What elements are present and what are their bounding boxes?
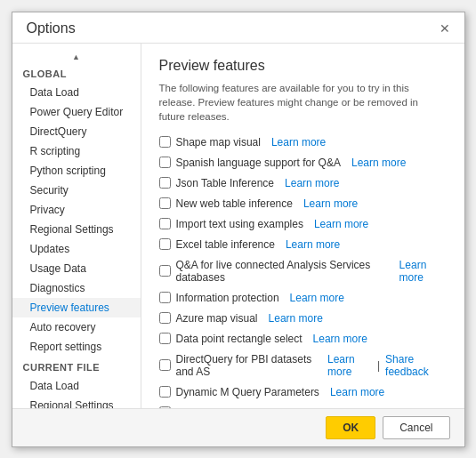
feature-checkbox-6[interactable]: [159, 265, 171, 277]
sidebar-item-power-query-editor[interactable]: Power Query Editor: [12, 102, 141, 122]
sidebar-item-updates[interactable]: Updates: [12, 239, 141, 259]
feature-label-9: Data point rectangle select: [176, 333, 303, 345]
feature-checkbox-8[interactable]: [159, 312, 171, 324]
feature-checkbox-9[interactable]: [159, 333, 171, 344]
feature-list: Shape map visual Learn moreSpanish langu…: [159, 134, 447, 408]
global-section-label: GLOBAL: [12, 63, 141, 83]
feature-checkbox-1[interactable]: [159, 157, 171, 168]
footer: OK Cancel: [12, 408, 464, 446]
learn-more-link-9[interactable]: Learn more: [313, 333, 367, 345]
feature-item-10: DirectQuery for PBI datasets and AS Lear…: [159, 351, 447, 380]
cancel-button[interactable]: Cancel: [383, 416, 449, 439]
sidebar-item-security[interactable]: Security: [12, 181, 141, 200]
feature-item-0: Shape map visual Learn more: [159, 134, 447, 150]
feature-item-2: Json Table Inference Learn more: [159, 175, 447, 191]
title-bar: Options ✕: [12, 12, 464, 44]
feature-item-8: Azure map visual Learn more: [159, 310, 447, 326]
feature-label-11: Dynamic M Query Parameters: [176, 386, 319, 398]
main-panel: Preview features The following features …: [141, 44, 464, 408]
sidebar-item-regional-settings[interactable]: Regional Settings: [12, 220, 141, 239]
sidebar-item-auto-recovery[interactable]: Auto recovery: [12, 317, 141, 337]
learn-more-link-8[interactable]: Learn more: [269, 312, 323, 325]
feature-label-4: Import text using examples: [176, 218, 303, 230]
feature-item-4: Import text using examples Learn more: [159, 216, 447, 232]
sidebar-current-item-regional-settings[interactable]: Regional Settings: [12, 396, 141, 408]
learn-more-link-3[interactable]: Learn more: [303, 197, 358, 210]
feature-checkbox-2[interactable]: [159, 177, 171, 189]
learn-more-link-4[interactable]: Learn more: [314, 218, 368, 230]
feature-item-9: Data point rectangle select Learn more: [159, 331, 447, 347]
feature-label-7: Information protection: [176, 292, 279, 304]
sidebar: ▲ GLOBAL Data LoadPower Query EditorDire…: [12, 44, 141, 408]
feature-label-8: Azure map visual: [176, 312, 258, 325]
feature-label-10: DirectQuery for PBI datasets and AS: [176, 353, 318, 378]
sidebar-item-directquery[interactable]: DirectQuery: [12, 122, 141, 141]
current-file-items-list: Data LoadRegional SettingsPrivacyAuto re…: [12, 376, 141, 408]
main-title: Preview features: [159, 58, 447, 74]
feature-item-5: Excel table inference Learn more: [159, 237, 447, 253]
feature-label-5: Excel table inference: [176, 238, 275, 251]
ok-button[interactable]: OK: [326, 416, 375, 439]
feature-checkbox-3[interactable]: [159, 197, 171, 209]
options-dialog: Options ✕ ▲ GLOBAL Data LoadPower Query …: [12, 12, 465, 447]
dialog-content: ▲ GLOBAL Data LoadPower Query EditorDire…: [12, 44, 464, 408]
sidebar-item-preview-features[interactable]: Preview features: [12, 298, 141, 317]
feature-label-0: Shape map visual: [176, 136, 261, 149]
global-items-list: Data LoadPower Query EditorDirectQueryR …: [12, 83, 141, 357]
feature-label-3: New web table inference: [176, 197, 293, 210]
learn-more-link-7[interactable]: Learn more: [290, 292, 344, 304]
feature-checkbox-0[interactable]: [159, 136, 171, 148]
share-feedback-link-10[interactable]: Share feedback: [385, 353, 446, 378]
learn-more-link-6[interactable]: Learn more: [399, 259, 447, 284]
learn-more-link-10[interactable]: Learn more: [327, 353, 372, 378]
sidebar-item-data-load[interactable]: Data Load: [12, 83, 141, 102]
feature-checkbox-11[interactable]: [159, 386, 171, 398]
learn-more-link-1[interactable]: Learn more: [351, 157, 406, 169]
sidebar-item-usage-data[interactable]: Usage Data: [12, 259, 141, 278]
feature-label-6: Q&A for live connected Analysis Services…: [176, 259, 389, 284]
sidebar-item-privacy[interactable]: Privacy: [12, 200, 141, 220]
feature-item-7: Information protection Learn more: [159, 290, 447, 306]
feature-item-11: Dynamic M Query Parameters Learn more: [159, 384, 447, 400]
feature-label-1: Spanish language support for Q&A: [176, 157, 341, 169]
current-file-section-label: CURRENT FILE: [12, 357, 141, 376]
sidebar-item-report-settings[interactable]: Report settings: [12, 337, 141, 357]
learn-more-link-2[interactable]: Learn more: [285, 177, 339, 189]
sidebar-item-python-scripting[interactable]: Python scripting: [12, 161, 141, 181]
learn-more-link-5[interactable]: Learn more: [286, 238, 340, 251]
feature-label-2: Json Table Inference: [176, 177, 275, 189]
feature-checkbox-10[interactable]: [159, 359, 171, 371]
feature-item-3: New web table inference Learn more: [159, 196, 447, 212]
feature-checkbox-5[interactable]: [159, 238, 171, 250]
feature-item-1: Spanish language support for Q&A Learn m…: [159, 155, 447, 171]
sidebar-item-diagnostics[interactable]: Diagnostics: [12, 278, 141, 298]
learn-more-link-0[interactable]: Learn more: [271, 136, 326, 149]
feature-checkbox-7[interactable]: [159, 292, 171, 303]
scroll-up-arrow[interactable]: ▲: [12, 51, 141, 63]
learn-more-link-11[interactable]: Learn more: [330, 386, 384, 398]
feature-item-6: Q&A for live connected Analysis Services…: [159, 257, 447, 285]
separator-10: |: [377, 359, 380, 372]
close-button[interactable]: ✕: [436, 20, 454, 37]
main-description: The following features are available for…: [159, 81, 447, 124]
sidebar-item-r-scripting[interactable]: R scripting: [12, 141, 141, 161]
dialog-title: Options: [27, 20, 76, 36]
sidebar-current-item-data-load[interactable]: Data Load: [12, 376, 141, 396]
feature-checkbox-4[interactable]: [159, 218, 171, 229]
